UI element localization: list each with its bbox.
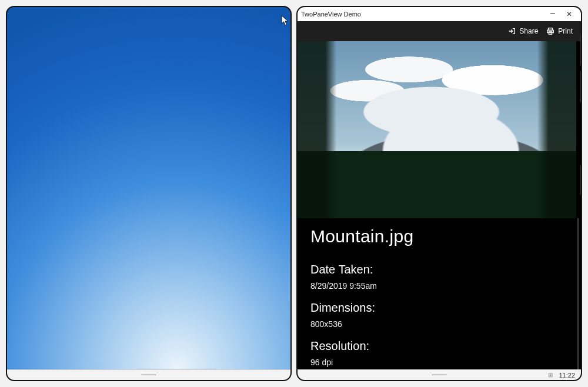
desktop-wallpaper[interactable] [7,7,290,369]
mouse-cursor-icon [281,15,289,27]
taskbar-handle-icon [432,375,447,376]
dimensions-value: 800x536 [310,319,568,329]
window-titlebar[interactable]: TwoPaneView Demo – ✕ [298,7,581,21]
share-label: Share [519,27,538,35]
device-edge-button [580,34,582,66]
taskbar-left[interactable] [7,369,290,380]
file-name: Mountain.jpg [310,226,568,246]
resolution-value: 96 dpi [310,358,568,367]
taskbar-handle-icon [141,375,156,376]
taskbar-right[interactable]: ⊞ 11:22 [298,369,581,380]
share-button[interactable]: Share [507,27,538,35]
photo-preview[interactable] [298,41,576,218]
print-icon [546,27,554,35]
tray-status-icon: ⊞ [548,372,553,378]
app-body: Mountain.jpg Date Taken: 8/29/2019 9:55a… [298,41,581,369]
command-bar: Share Print [298,21,581,41]
system-tray[interactable]: ⊞ 11:22 [548,372,575,379]
tray-clock: 11:22 [559,372,575,379]
date-taken-value: 8/29/2019 9:55am [310,281,568,291]
print-button[interactable]: Print [546,27,573,35]
date-taken-label: Date Taken: [310,263,568,276]
right-screen: TwoPaneView Demo – ✕ Share Print [296,6,582,381]
scrollbar[interactable] [577,218,579,369]
details-panel: Mountain.jpg Date Taken: 8/29/2019 9:55a… [298,218,581,369]
dual-screen-stage: TwoPaneView Demo – ✕ Share Print [0,0,588,387]
device-edge-button [580,71,582,103]
device-edge-button [580,165,582,195]
dimensions-label: Dimensions: [310,301,568,315]
left-screen [6,6,292,381]
share-icon [507,27,516,35]
close-button[interactable]: ✕ [561,10,577,18]
print-label: Print [558,27,573,35]
resolution-label: Resolution: [310,339,568,353]
window-title: TwoPaneView Demo [301,11,361,18]
minimize-button[interactable]: – [544,8,561,17]
